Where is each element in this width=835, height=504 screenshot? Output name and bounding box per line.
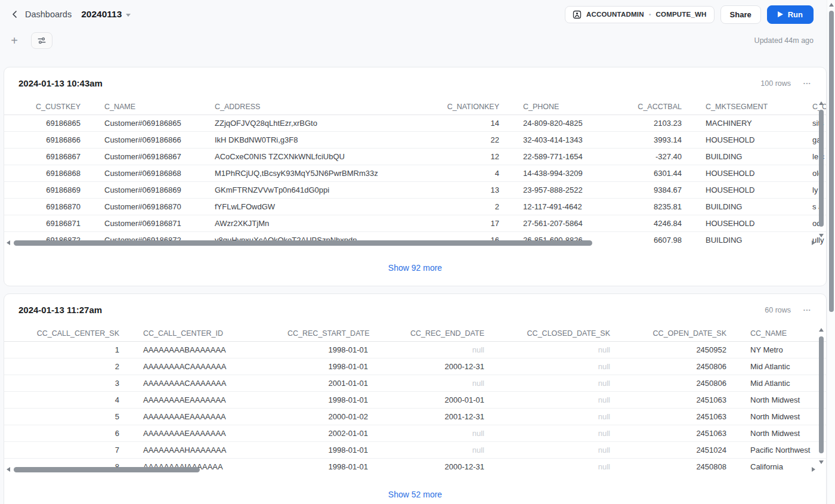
header-row: C_CUSTKEYC_NAMEC_ADDRESSC_NATIONKEYC_PHO… xyxy=(4,99,826,115)
table-row[interactable]: 2AAAAAAAACAAAAAAA1998-01-012000-12-31nul… xyxy=(4,358,826,375)
more-menu-icon[interactable]: ••• xyxy=(803,305,812,315)
table-row[interactable]: 69186866Customer#069186866IkH DKBdNW0TRi… xyxy=(4,131,826,148)
table-row[interactable]: 69186868Customer#069186868M1PhRCjUQ,tBcs… xyxy=(4,165,826,181)
table-row[interactable]: 5AAAAAAAAEAAAAAAA2000-01-022001-12-31nul… xyxy=(4,408,826,425)
share-button[interactable]: Share xyxy=(720,5,761,24)
run-button[interactable]: Run xyxy=(767,5,814,24)
table-row[interactable]: 69186869Customer#069186869GKmFTRNZVVwTp0… xyxy=(4,181,826,198)
table-row[interactable]: 4AAAAAAAAEAAAAAAA1998-01-012000-01-01nul… xyxy=(4,391,826,408)
column-header[interactable]: CC_OPEN_DATE_SK xyxy=(622,326,738,341)
show-more-container: Show 92 more xyxy=(4,247,826,286)
add-tile-button[interactable]: + xyxy=(7,35,21,47)
vertical-scrollbar[interactable] xyxy=(818,327,825,465)
table-row[interactable]: 69186871Customer#069186871AWzr2XKJTjMn17… xyxy=(4,215,826,231)
table-cell: 14-438-994-3209 xyxy=(511,165,601,181)
table-cell: 69186866 xyxy=(4,131,92,148)
table-cell: 24-809-820-4825 xyxy=(511,115,601,131)
page-scrollbar[interactable] xyxy=(827,0,835,504)
horizontal-scrollbar[interactable] xyxy=(7,466,815,472)
table-cell: 23-957-888-2522 xyxy=(511,181,601,198)
table-cell: 17 xyxy=(398,215,511,231)
table-cell: 3 xyxy=(4,375,131,391)
column-header[interactable]: CC_REC_END_DATE xyxy=(380,326,496,341)
vertical-scrollbar[interactable] xyxy=(818,100,825,239)
table-cell: null xyxy=(496,358,622,375)
scroll-left-icon[interactable] xyxy=(7,240,10,245)
scroll-left-icon[interactable] xyxy=(7,467,10,472)
vertical-scrollbar-thumb[interactable] xyxy=(819,110,824,227)
scroll-up-icon[interactable] xyxy=(819,328,824,332)
back-chevron-icon xyxy=(10,10,20,19)
scroll-up-icon[interactable] xyxy=(829,3,834,7)
vertical-scrollbar-thumb[interactable] xyxy=(819,336,824,453)
tile-title: 2024-01-13 11:27am xyxy=(18,305,765,315)
table-cell: NY Metro xyxy=(738,341,826,358)
table-cell: BUILDING xyxy=(694,198,800,215)
table-row[interactable]: 69186865Customer#069186865ZZjqOFJVQ28qLh… xyxy=(4,115,826,131)
table-cell: 2000-12-31 xyxy=(380,358,496,375)
scroll-right-icon[interactable] xyxy=(812,240,815,245)
table-cell: AAAAAAAAHAAAAAAA xyxy=(131,441,276,458)
page-scrollbar-thumb[interactable] xyxy=(829,11,834,312)
dashboard-title-dropdown[interactable]: 20240113 xyxy=(81,9,131,20)
table-row[interactable]: 6AAAAAAAAEAAAAAAA2002-01-01nullnull24510… xyxy=(4,425,826,441)
table-row[interactable]: 69186870Customer#069186870fYFLwLFOwdGW21… xyxy=(4,198,826,215)
column-header[interactable]: C_PHONE xyxy=(511,99,601,115)
column-header[interactable]: C_MKTSEGMENT xyxy=(694,99,800,115)
column-header[interactable]: CC_CALL_CENTER_ID xyxy=(131,326,276,341)
table-cell: 2103.23 xyxy=(601,115,694,131)
table-cell: Customer#069186871 xyxy=(92,215,203,231)
table-cell: 2451063 xyxy=(622,425,738,441)
breadcrumb-dashboards[interactable]: Dashboards xyxy=(25,10,72,19)
scroll-down-icon[interactable] xyxy=(819,234,824,237)
table-cell: null xyxy=(380,341,496,358)
column-header[interactable]: CC_REC_START_DATE xyxy=(276,326,380,341)
table-row[interactable]: 3AAAAAAAACAAAAAAA2001-01-01nullnull24508… xyxy=(4,375,826,391)
column-header[interactable]: C_NATIONKEY xyxy=(398,99,511,115)
table-row[interactable]: 1AAAAAAAABAAAAAAA1998-01-01nullnull24509… xyxy=(4,341,826,358)
show-more-link[interactable]: Show 52 more xyxy=(388,490,442,499)
column-header[interactable]: C_CUSTKEY xyxy=(4,99,92,115)
column-header[interactable]: CC_CALL_CENTER_SK xyxy=(4,326,131,341)
table-cell: 27-561-207-5864 xyxy=(511,215,601,231)
horizontal-scrollbar-thumb[interactable] xyxy=(14,240,592,246)
table-cell: 2002-01-01 xyxy=(276,425,380,441)
row-count-badge: 60 rows xyxy=(765,306,791,314)
table-cell: 12-117-491-4642 xyxy=(511,198,601,215)
table-cell: AWzr2XKJTjMn xyxy=(203,215,398,231)
table-cell: Customer#069186866 xyxy=(92,131,203,148)
table-cell: 2 xyxy=(4,358,131,375)
table-cell: North Midwest xyxy=(738,391,826,408)
show-more-link[interactable]: Show 92 more xyxy=(388,263,442,273)
column-header[interactable]: C_ACCTBAL xyxy=(601,99,694,115)
table-cell: null xyxy=(380,425,496,441)
column-header[interactable]: C_NAME xyxy=(92,99,203,115)
separator-dot-icon: • xyxy=(649,11,651,18)
table-cell: 69186867 xyxy=(4,148,92,165)
column-header[interactable]: C_ADDRESS xyxy=(203,99,398,115)
filters-button[interactable] xyxy=(31,32,52,49)
results-table: C_CUSTKEYC_NAMEC_ADDRESSC_NATIONKEYC_PHO… xyxy=(4,99,826,247)
snowflake-dashboard-app: { "icons": { "back": "‹", "add": "+", "m… xyxy=(0,0,835,504)
table-cell: 1998-01-01 xyxy=(276,341,380,358)
table-cell: 8235.81 xyxy=(601,198,694,215)
scroll-right-icon[interactable] xyxy=(812,467,815,472)
sliders-icon xyxy=(37,36,47,45)
scroll-down-icon[interactable] xyxy=(819,460,824,464)
table-cell: HOUSEHOLD xyxy=(694,131,800,148)
table-cell: Customer#069186870 xyxy=(92,198,203,215)
column-header[interactable]: CC_CLOSED_DATE_SK xyxy=(496,326,622,341)
column-header[interactable]: CC_NAME xyxy=(738,326,826,341)
horizontal-scrollbar-thumb[interactable] xyxy=(14,467,200,472)
back-button[interactable] xyxy=(8,8,21,21)
table-cell: null xyxy=(496,341,622,358)
table-cell: 2450952 xyxy=(622,341,738,358)
table-row[interactable]: 7AAAAAAAAHAAAAAAA1998-01-01nullnull24510… xyxy=(4,441,826,458)
context-selector[interactable]: ACCOUNTADMIN • COMPUTE_WH xyxy=(565,6,715,23)
table-row[interactable]: 69186867Customer#069186867ACoCxeC0NIS TZ… xyxy=(4,148,826,165)
scroll-up-icon[interactable] xyxy=(819,101,824,105)
more-menu-icon[interactable]: ••• xyxy=(803,79,812,88)
table-cell: 69186868 xyxy=(4,165,92,181)
horizontal-scrollbar[interactable] xyxy=(7,240,815,246)
role-label: ACCOUNTADMIN xyxy=(586,11,644,18)
